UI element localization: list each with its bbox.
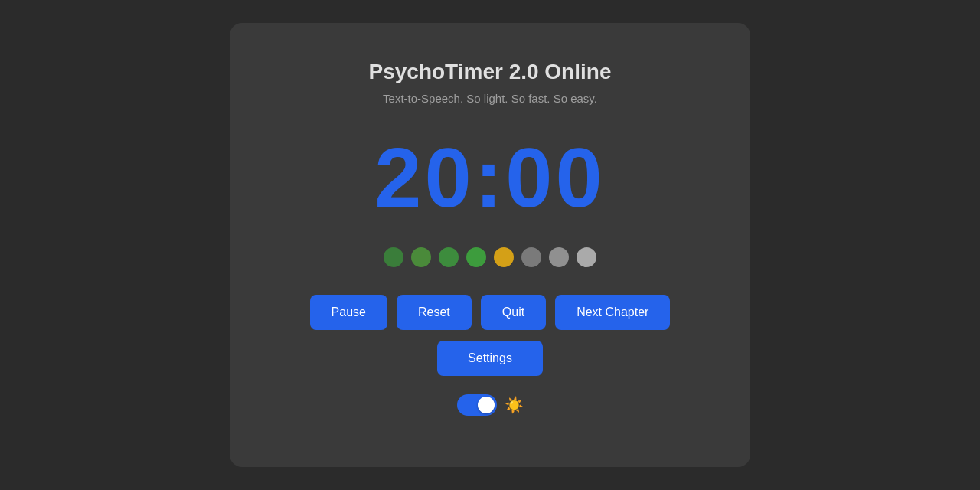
next-chapter-button[interactable]: Next Chapter bbox=[555, 295, 670, 330]
sun-icon: ☀️ bbox=[505, 396, 524, 414]
toggle-row: ☀️ bbox=[457, 394, 524, 416]
dot-4 bbox=[466, 247, 486, 267]
dots-row bbox=[384, 247, 596, 267]
app-title: PsychoTimer 2.0 Online bbox=[369, 60, 612, 84]
settings-button[interactable]: Settings bbox=[437, 341, 543, 376]
reset-button[interactable]: Reset bbox=[397, 295, 472, 330]
dot-8 bbox=[577, 247, 596, 267]
theme-toggle[interactable] bbox=[457, 394, 497, 416]
dot-3 bbox=[439, 247, 459, 267]
buttons-row: Pause Reset Quit Next Chapter bbox=[310, 295, 671, 330]
toggle-knob bbox=[478, 397, 495, 413]
main-card: PsychoTimer 2.0 Online Text-to-Speech. S… bbox=[230, 23, 750, 467]
timer-display: 20:00 bbox=[374, 136, 605, 220]
dot-5 bbox=[494, 247, 514, 267]
quit-button[interactable]: Quit bbox=[481, 295, 546, 330]
app-subtitle: Text-to-Speech. So light. So fast. So ea… bbox=[383, 92, 597, 105]
dot-2 bbox=[411, 247, 431, 267]
dot-6 bbox=[521, 247, 541, 267]
pause-button[interactable]: Pause bbox=[310, 295, 387, 330]
dot-7 bbox=[549, 247, 569, 267]
dot-1 bbox=[384, 247, 403, 267]
